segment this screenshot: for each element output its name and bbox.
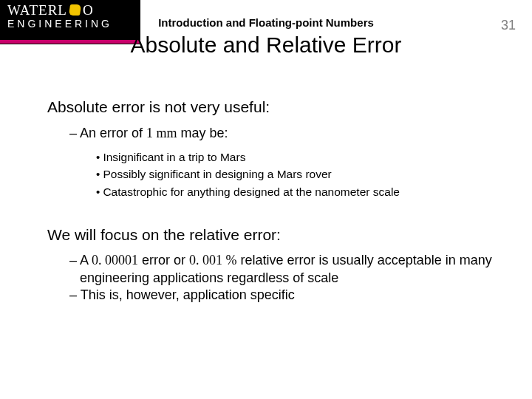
page-number: 31 (501, 18, 516, 33)
bullet-3: Catastrophic for anything designed at th… (96, 183, 502, 201)
logo-wordmark: WATERLO (7, 3, 133, 17)
dash-item-2: A 0. 00001 error or 0. 001 % relative er… (69, 252, 502, 287)
dash2-value2: 0. 001 % (189, 253, 237, 267)
dash2-value1: 0. 00001 (92, 253, 138, 267)
dash1-value: 1 mm (146, 126, 177, 140)
slide-body: Absolute error is not very useful: An er… (47, 98, 502, 304)
dash2-text-a: A (80, 253, 92, 267)
slide-title: Absolute and Relative Error (0, 33, 532, 58)
logo-text-a: WATERL (7, 3, 67, 17)
dash2-text-mid: error or (138, 253, 189, 267)
header-subtitle: Introduction and Floating-point Numbers (0, 16, 532, 29)
paragraph-1: Absolute error is not very useful: (47, 98, 502, 117)
bullet-1: Insignificant in a trip to Mars (96, 149, 502, 166)
logo-text-b: O (83, 3, 94, 17)
lion-icon (69, 4, 81, 16)
dash-item-3: This is, however, application specific (69, 287, 502, 304)
dash1-text-b: may be: (177, 126, 228, 140)
dash-item-1: An error of 1 mm may be: (69, 124, 502, 142)
dash1-text-a: An error of (80, 126, 146, 140)
bullet-2: Possibly significant in designing a Mars… (96, 166, 502, 183)
paragraph-2: We will focus on the relative error: (47, 225, 502, 245)
slide: WATERLO ENGINEERING Introduction and Flo… (0, 0, 532, 399)
